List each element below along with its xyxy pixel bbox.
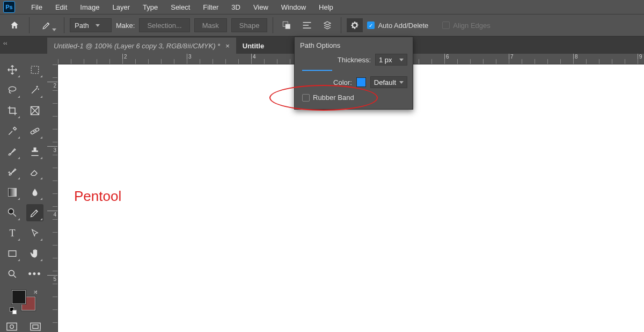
color-dropdown[interactable]: Default — [370, 76, 407, 88]
crop-tool[interactable] — [4, 102, 21, 119]
ruler-tick: 5 — [47, 275, 57, 282]
frame-icon — [30, 105, 40, 116]
hand-tool[interactable] — [26, 245, 43, 262]
separator — [29, 17, 30, 33]
edit-toolbar-button[interactable]: ••• — [26, 265, 43, 283]
menu-window[interactable]: Window — [275, 0, 312, 14]
path-selection-tool[interactable] — [26, 225, 43, 242]
pen-tool[interactable] — [26, 204, 43, 221]
thickness-value: 1 px — [379, 56, 392, 64]
pen-icon — [42, 20, 52, 30]
lasso-tool[interactable] — [4, 82, 21, 99]
tool-panel: T ••• ⤮ — [0, 54, 47, 332]
stack-icon — [323, 20, 332, 30]
color-swatches[interactable]: ⤮ — [12, 290, 35, 311]
zoom-tool[interactable] — [4, 265, 21, 283]
path-options-gear[interactable] — [347, 18, 363, 32]
foreground-color-swatch[interactable] — [12, 290, 26, 304]
color-swatch[interactable] — [356, 77, 366, 87]
popover-title: Path Options — [300, 41, 407, 49]
magic-wand-tool[interactable] — [26, 82, 43, 99]
eraser-tool[interactable] — [26, 163, 43, 181]
menu-3d[interactable]: 3D — [225, 0, 247, 14]
rubber-band-label: Rubber Band — [313, 93, 354, 102]
move-tool[interactable] — [4, 61, 21, 78]
path-arrangement-button[interactable] — [319, 18, 335, 32]
default-colors-icon[interactable] — [10, 307, 15, 313]
rectangle-tool[interactable] — [4, 245, 21, 262]
ruler-tick: 6 — [444, 54, 449, 64]
svg-point-16 — [9, 270, 14, 276]
make-selection-button[interactable]: Selection... — [139, 18, 189, 32]
svg-point-18 — [10, 325, 14, 329]
svg-rect-1 — [286, 24, 290, 29]
menu-view[interactable]: View — [247, 0, 275, 14]
ruler-tick: 2 — [122, 54, 127, 64]
separator — [64, 17, 64, 33]
menu-edit[interactable]: Edit — [49, 0, 74, 14]
brush-icon — [7, 146, 18, 157]
vertical-ruler[interactable]: 2 3 4 5 — [47, 64, 58, 332]
arrow-icon — [30, 228, 40, 239]
panel-collapse-handle[interactable]: ‹‹ — [3, 40, 7, 46]
brush-tool[interactable] — [4, 143, 21, 160]
gradient-icon — [8, 187, 17, 197]
gradient-tool[interactable] — [4, 184, 21, 201]
svg-point-12 — [35, 131, 36, 131]
menu-type[interactable]: Type — [136, 0, 164, 14]
stamp-icon — [30, 146, 40, 157]
close-tab-icon[interactable]: × — [225, 42, 230, 50]
make-mask-button[interactable]: Mask — [194, 18, 227, 32]
swap-colors-icon[interactable]: ⤮ — [33, 289, 38, 295]
path-options-popover: Path Options Thickness: 1 px Color: Defa… — [294, 37, 413, 110]
make-shape-button[interactable]: Shape — [231, 18, 268, 32]
rubber-band-checkbox[interactable]: Rubber Band — [302, 93, 407, 102]
marquee-icon — [30, 65, 40, 75]
menu-image[interactable]: Image — [74, 0, 106, 14]
marquee-tool[interactable] — [26, 61, 43, 78]
screen-mode-button[interactable] — [29, 321, 42, 332]
blur-tool[interactable] — [26, 184, 43, 201]
thickness-field[interactable]: 1 px — [375, 54, 407, 66]
svg-rect-15 — [9, 251, 16, 257]
menu-select[interactable]: Select — [164, 0, 196, 14]
quick-mask-icon — [6, 322, 17, 331]
menu-file[interactable]: File — [25, 0, 49, 14]
quick-mask-button[interactable] — [5, 321, 18, 332]
checkbox-checked-icon: ✓ — [367, 21, 375, 29]
healing-brush-tool[interactable] — [26, 122, 43, 140]
history-brush-tool[interactable] — [4, 163, 21, 181]
tool-preset-picker[interactable] — [35, 17, 58, 33]
hand-icon — [30, 248, 40, 259]
type-tool[interactable]: T — [4, 225, 21, 242]
align-icon — [302, 21, 312, 29]
path-operations-button[interactable] — [279, 18, 295, 32]
eyedropper-tool[interactable] — [4, 122, 21, 140]
bandaid-icon — [30, 126, 40, 136]
zoom-icon — [7, 269, 18, 279]
svg-rect-13 — [9, 189, 17, 197]
auto-add-delete-checkbox[interactable]: ✓ Auto Add/Delete — [367, 21, 428, 30]
rectangle-icon — [8, 249, 17, 258]
menu-help[interactable]: Help — [312, 0, 340, 14]
document-tab-1[interactable]: Untitled-1 @ 100% (Layer 6 copy 3, RGB/8… — [47, 38, 236, 54]
ruler-origin[interactable] — [47, 54, 58, 64]
path-alignment-button[interactable] — [299, 18, 315, 32]
home-button[interactable] — [5, 17, 24, 33]
document-tab-2[interactable]: Untitle — [236, 38, 270, 54]
gear-icon — [350, 20, 360, 30]
lasso-icon — [7, 85, 18, 96]
dodge-tool[interactable] — [4, 204, 21, 221]
ruler-tick: 3 — [47, 146, 57, 153]
clone-stamp-tool[interactable] — [26, 143, 43, 160]
menu-filter[interactable]: Filter — [196, 0, 225, 14]
auto-add-delete-label: Auto Add/Delete — [378, 21, 428, 30]
svg-point-14 — [9, 209, 14, 214]
chevron-down-icon — [399, 81, 404, 84]
tool-mode-dropdown[interactable]: Path — [70, 18, 112, 32]
dodge-icon — [7, 207, 18, 218]
checkbox-empty-icon — [442, 21, 450, 29]
align-edges-label: Align Edges — [453, 21, 490, 30]
frame-tool[interactable] — [26, 102, 43, 119]
menu-layer[interactable]: Layer — [106, 0, 137, 14]
